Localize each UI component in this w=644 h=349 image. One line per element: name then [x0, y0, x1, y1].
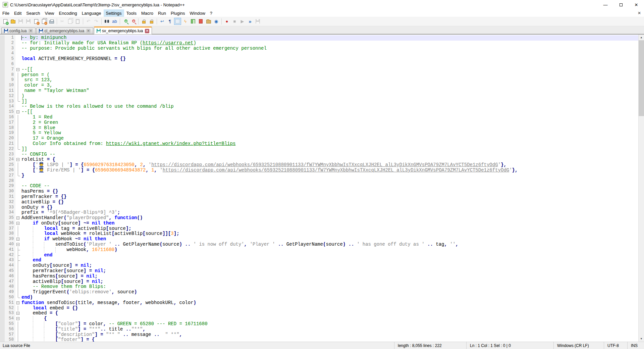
menu-tools[interactable]: Tools — [124, 9, 139, 17]
toolbar-close-file-icon[interactable]: − — [33, 18, 40, 25]
maximize-restore-button[interactable] — [613, 0, 629, 9]
tab-sv-emergencyblips-lua[interactable]: sv_emergencyblips.lua✕ — [94, 27, 152, 34]
menu-settings[interactable]: Settings — [104, 9, 124, 17]
menu-macro[interactable]: Macro — [139, 9, 156, 17]
menu-language[interactable]: Language — [79, 9, 104, 17]
code-text[interactable]: end — [21, 253, 638, 258]
toolbar-close-all-icon[interactable]: − — [40, 18, 47, 25]
toolbar-show-indent-guide-icon[interactable] — [174, 18, 181, 25]
code-text[interactable]: -- CODE -- — [21, 184, 638, 189]
fold-collapse-icon[interactable] — [16, 216, 19, 219]
code-text[interactable]: 5 = Yellow — [21, 131, 638, 136]
code-text[interactable]: if onDuty[source] ~= nil then — [21, 221, 638, 226]
scrollbar-track[interactable] — [639, 40, 644, 336]
code-text[interactable]: } — [21, 173, 638, 179]
fold-collapse-icon[interactable] — [16, 110, 19, 113]
code-text[interactable]: -- purpose: Provide public servants with… — [21, 46, 638, 51]
tab-cl-emergencyblips-lua[interactable]: cl_emergencyblips.lua✕ — [36, 28, 93, 34]
code-text[interactable]: ["description"] = "** " .. message .. " … — [21, 332, 638, 338]
toolbar-folder-as-workspace-icon[interactable] — [205, 18, 212, 25]
code-text[interactable]: end — [21, 258, 638, 263]
toolbar-sync-horizontal-scroll-icon[interactable] — [148, 18, 155, 25]
menu-window[interactable]: Window — [187, 9, 208, 17]
code-text[interactable]: Color Info obtained from: https://wiki.g… — [21, 141, 638, 147]
code-text[interactable]: { — [21, 316, 638, 321]
code-text[interactable]: 2 = Green — [21, 120, 638, 126]
fold-collapse-icon[interactable] — [16, 222, 19, 225]
fold-collapse-icon[interactable] — [16, 68, 19, 71]
tab-close-icon[interactable]: ✕ — [86, 29, 91, 33]
tab-close-icon[interactable]: ✕ — [29, 29, 33, 33]
code-text[interactable]: -- Below is the roles allowed to use the… — [21, 104, 638, 109]
toolbar-copy-icon[interactable] — [66, 18, 73, 25]
toolbar-replace-icon[interactable]: ab — [111, 18, 118, 25]
toolbar-zoom-in-icon[interactable]: + — [122, 18, 129, 25]
menu-search[interactable]: Search — [24, 9, 42, 17]
toolbar-new-file-icon[interactable]: + — [2, 18, 9, 25]
toolbar-cut-icon[interactable]: ✂ — [59, 18, 66, 25]
minimize-button[interactable]: — — [598, 0, 613, 9]
code-text[interactable] — [21, 62, 638, 67]
toolbar-undo-icon[interactable]: ↶ — [85, 18, 92, 25]
menu-file[interactable]: File — [0, 9, 12, 17]
code-text[interactable]: -- for: Initially made for USA Realism R… — [21, 41, 638, 46]
code-text[interactable]: hasPerms = {} — [21, 189, 638, 194]
code-text[interactable]: activeBlip[source] = nil; — [21, 279, 638, 285]
toolbar-show-all-characters-icon[interactable]: ¶ — [166, 18, 173, 25]
toolbar-function-list-icon[interactable]: ϟ — [182, 18, 189, 25]
toolbar-paste-icon[interactable] — [74, 18, 81, 25]
menu-view[interactable]: View — [43, 9, 57, 17]
fold-collapse-icon[interactable] — [16, 312, 19, 315]
code-area[interactable]: 1-- by: minipunch2-- for: Initially made… — [0, 35, 638, 342]
fold-collapse-icon[interactable] — [16, 301, 19, 304]
code-text[interactable]: ["title"] = "**".. title .."**", — [21, 327, 638, 332]
code-text[interactable]: name = "Taylor Weitman" — [21, 88, 638, 94]
tab-close-icon[interactable]: ✕ — [145, 29, 149, 33]
fold-collapse-icon[interactable] — [16, 243, 19, 246]
code-text[interactable]: 1 = Red — [21, 115, 638, 120]
code-text[interactable]: -- Remove them from Blips: — [21, 284, 638, 290]
menubar-close-icon[interactable]: ✕ — [635, 9, 644, 17]
code-text[interactable]: prefix = '^9[^5Badger-Blips^9] ^3'; — [21, 210, 638, 215]
toolbar-print-icon[interactable] — [48, 18, 55, 25]
toolbar-sync-vertical-scroll-icon[interactable] — [140, 18, 147, 25]
menu-edit[interactable]: Edit — [12, 9, 24, 17]
code-text[interactable]: ]] — [21, 147, 638, 152]
code-text[interactable]: function sendToDisc(title, message, foot… — [21, 300, 638, 306]
code-text[interactable]: local tag = activeBlip[source]; — [21, 226, 638, 232]
code-text[interactable]: -- by: minipunch — [21, 35, 638, 41]
code-text[interactable]: ["color"] = color, -- GREEN = 65280 --- … — [21, 321, 638, 327]
code-text[interactable]: sendToDisc('Player ' .. GetPlayerName(so… — [21, 242, 638, 247]
code-text[interactable]: roleList = { — [21, 157, 638, 162]
code-text[interactable]: permTracker[source] = nil; — [21, 268, 638, 274]
code-text[interactable] — [21, 179, 638, 184]
toolbar-open-file-icon[interactable] — [9, 18, 16, 25]
code-text[interactable]: ]] — [21, 99, 638, 104]
code-text[interactable]: ) — [21, 94, 638, 99]
code-text[interactable]: embed = { — [21, 311, 638, 316]
toolbar-macro-run-multiple-icon[interactable]: » — [247, 18, 254, 25]
toolbar-word-wrap-icon[interactable]: ↩ — [159, 18, 166, 25]
code-text[interactable]: TriggerEvent('eblips:remove', source) — [21, 290, 638, 295]
code-text[interactable]: local webHook = roleList[activeBlip[sour… — [21, 231, 638, 237]
code-text[interactable]: activeBlip = {} — [21, 200, 638, 205]
code-text[interactable]: local ACTIVE_EMERGENCY_PERSONNEL = {} — [21, 56, 638, 62]
code-text[interactable]: end) — [21, 295, 638, 300]
toolbar-macro-play-icon[interactable]: ▶ — [239, 18, 246, 25]
menu-help[interactable]: ? — [208, 9, 215, 17]
toolbar-save-file-icon[interactable] — [17, 18, 24, 25]
code-text[interactable]: --[[ — [21, 109, 638, 115]
code-text[interactable]: permTracker = {} — [21, 194, 638, 200]
scroll-down-icon[interactable]: ▼ — [639, 336, 644, 342]
code-text[interactable]: -- CONFIG -- — [21, 152, 638, 157]
toolbar-document-map-icon[interactable] — [190, 18, 197, 25]
code-text[interactable]: if webHook ~= nil then — [21, 237, 638, 242]
toolbar-zoom-out-icon[interactable]: − — [129, 18, 137, 25]
code-text[interactable]: person = ( — [21, 72, 638, 78]
toolbar-macro-stop-icon[interactable]: ■ — [231, 18, 238, 25]
code-text[interactable]: ['👮 LSPD | '] = {659602976318423050, 2, … — [21, 162, 638, 168]
toolbar-save-all-icon[interactable] — [25, 18, 32, 25]
toolbar-find-icon[interactable] — [103, 18, 110, 25]
fold-collapse-icon[interactable] — [16, 158, 19, 161]
code-text[interactable]: AddEventHandler("playerDropped", functio… — [21, 215, 638, 221]
